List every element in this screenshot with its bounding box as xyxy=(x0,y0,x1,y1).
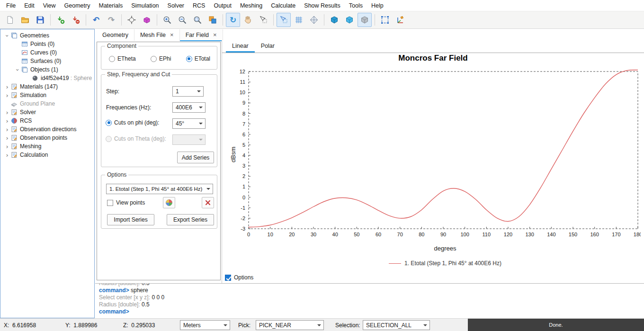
open-file-button[interactable] xyxy=(18,13,32,27)
results-tab-linear[interactable]: Linear xyxy=(226,40,255,53)
zoom-window-button[interactable] xyxy=(190,13,205,27)
menu-file[interactable]: File xyxy=(2,0,20,11)
tree-item-materials[interactable]: ›Materials (147) xyxy=(0,82,94,91)
tree-item-observation-points[interactable]: ›Observation points xyxy=(0,134,94,142)
frequencies-label: Frequencies (Hz): xyxy=(106,104,151,111)
radio-cuts-on-phi-icon[interactable] xyxy=(106,120,112,126)
units-select[interactable]: Meters xyxy=(180,320,230,330)
add-series-button[interactable]: Add Series xyxy=(177,152,214,163)
results-tab-polar[interactable]: Polar xyxy=(255,40,281,53)
shaded-view-button[interactable] xyxy=(342,13,357,27)
chevron-right-icon[interactable]: › xyxy=(3,143,11,150)
wireframe-view-button[interactable] xyxy=(307,13,321,27)
menu-help[interactable]: Help xyxy=(367,0,388,11)
tree-item-ground-plane[interactable]: ›Ground Plane xyxy=(0,99,94,108)
radio-etotal-icon[interactable] xyxy=(186,56,192,62)
menu-simulation[interactable]: Simulation xyxy=(127,0,163,11)
menu-tools[interactable]: Tools xyxy=(345,0,367,11)
tree-item-solver[interactable]: ›Solver xyxy=(0,108,94,116)
tree-item-calculation[interactable]: ›Calculation xyxy=(0,151,94,159)
options-toggle[interactable]: Options xyxy=(225,274,253,281)
export-file-button[interactable] xyxy=(69,13,83,27)
radio-etheta-icon[interactable] xyxy=(109,56,115,62)
fit-view-button[interactable] xyxy=(125,13,139,27)
menu-show-results[interactable]: Show Results xyxy=(300,0,344,11)
view-points-checkbox[interactable]: View points xyxy=(107,199,145,206)
chevron-right-icon[interactable]: › xyxy=(3,135,11,141)
tree-item-curves[interactable]: ›Curves (0) xyxy=(0,48,94,57)
import-series-button[interactable]: Import Series xyxy=(107,214,154,225)
cuts-on-theta-label: Cuts on Theta (deg): xyxy=(114,135,166,142)
console-panel[interactable]: Radius [double]: 0.5command> sphereSelec… xyxy=(95,283,644,318)
tab-close-icon[interactable]: × xyxy=(170,32,174,38)
menu-geometry[interactable]: Geometry xyxy=(60,0,95,11)
show-grid-button[interactable] xyxy=(292,13,306,27)
radio-ephi[interactable]: EPhi xyxy=(151,55,171,62)
menu-rcs[interactable]: RCS xyxy=(188,0,209,11)
menu-solver[interactable]: Solver xyxy=(163,0,188,11)
menu-view[interactable]: View xyxy=(39,0,60,11)
move-object-button[interactable] xyxy=(140,13,154,27)
menu-materials[interactable]: Materials xyxy=(94,0,127,11)
phi-cut-select[interactable]: 45° xyxy=(172,118,206,129)
chevron-right-icon[interactable]: › xyxy=(3,118,11,124)
radio-cuts-on-theta-icon[interactable] xyxy=(106,136,112,142)
import-file-button[interactable] xyxy=(54,13,68,27)
view-points-checkbox-icon[interactable] xyxy=(107,200,113,206)
undo-button[interactable]: ↶ xyxy=(89,13,103,27)
frequency-select[interactable]: 400E6 xyxy=(172,102,206,113)
redo-button[interactable]: ↷ xyxy=(104,13,118,27)
tree-item-surfaces[interactable]: ›Surfaces (0) xyxy=(0,57,94,65)
zoom-out-button[interactable] xyxy=(175,13,189,27)
chevron-right-icon[interactable]: › xyxy=(3,152,11,158)
menu-calculate[interactable]: Calculate xyxy=(267,0,300,11)
radio-cuts-on-phi[interactable]: Cuts on phi (deg): xyxy=(106,119,159,126)
select-pointer-button[interactable] xyxy=(256,13,270,27)
selection-select[interactable]: SELECTION_ALL xyxy=(363,320,430,330)
chevron-right-icon[interactable]: › xyxy=(3,92,11,98)
options-checkbox-icon[interactable] xyxy=(225,275,231,281)
tree-item-sphere-id4f52e419[interactable]: ›id4f52e419 : Sphere xyxy=(0,74,94,82)
pick-select[interactable]: PICK_NEAR xyxy=(256,320,324,330)
solid-view-button[interactable] xyxy=(327,13,341,27)
delete-series-button[interactable] xyxy=(202,197,214,208)
tree-item-geometries[interactable]: ›Geometries xyxy=(0,31,94,40)
tab-mesh-file[interactable]: Mesh File× xyxy=(134,29,180,41)
radio-ephi-icon[interactable] xyxy=(151,56,157,62)
tree-item-objects[interactable]: ›Objects (1) xyxy=(0,65,94,74)
radio-etheta[interactable]: ETheta xyxy=(109,55,136,62)
radio-etotal[interactable]: ETotal xyxy=(186,55,210,62)
hidden-line-view-button[interactable] xyxy=(358,13,372,27)
rotate-view-button[interactable]: ↻ xyxy=(226,13,240,27)
chevron-down-icon[interactable]: › xyxy=(15,66,21,73)
menu-output[interactable]: Output xyxy=(209,0,236,11)
tree-item-meshing[interactable]: ›Meshing xyxy=(0,142,94,151)
chevron-down-icon[interactable]: › xyxy=(4,32,10,39)
pan-view-button[interactable] xyxy=(241,13,255,27)
menu-edit[interactable]: Edit xyxy=(20,0,39,11)
tree-item-observation-directions[interactable]: ›Observation directions xyxy=(0,125,94,134)
tab-close-icon[interactable]: × xyxy=(213,32,217,38)
tree-item-simulation[interactable]: ›Simulation xyxy=(0,91,94,99)
tab-geometry[interactable]: Geometry xyxy=(97,29,134,41)
tab-far-field[interactable]: Far Field× xyxy=(180,29,223,41)
tree-item-points[interactable]: ›Points (0) xyxy=(0,40,94,48)
chevron-right-icon[interactable]: › xyxy=(3,84,11,90)
new-file-button[interactable] xyxy=(3,13,17,27)
radio-cuts-on-theta[interactable]: Cuts on Theta (deg): xyxy=(106,135,166,142)
save-file-button[interactable] xyxy=(33,13,47,27)
background-color-button[interactable] xyxy=(206,13,220,27)
chevron-right-icon[interactable]: › xyxy=(3,126,11,133)
selection-value: SELECTION_ALL xyxy=(366,322,411,329)
step-select[interactable]: 1 xyxy=(172,86,204,97)
series-select[interactable]: 1. Etotal (Step 1, Phi 45° at 400E6 Hz) xyxy=(106,184,213,194)
show-axes-button[interactable] xyxy=(393,13,407,27)
export-series-button[interactable]: Export Series xyxy=(167,214,214,225)
series-color-button[interactable] xyxy=(163,197,175,208)
select-area-button[interactable] xyxy=(277,13,291,27)
chevron-right-icon[interactable]: › xyxy=(3,109,11,116)
tree-item-rcs[interactable]: ›RCS xyxy=(0,116,94,125)
menu-meshing[interactable]: Meshing xyxy=(236,0,267,11)
zoom-in-button[interactable] xyxy=(160,13,174,27)
selection-box-button[interactable] xyxy=(378,13,392,27)
